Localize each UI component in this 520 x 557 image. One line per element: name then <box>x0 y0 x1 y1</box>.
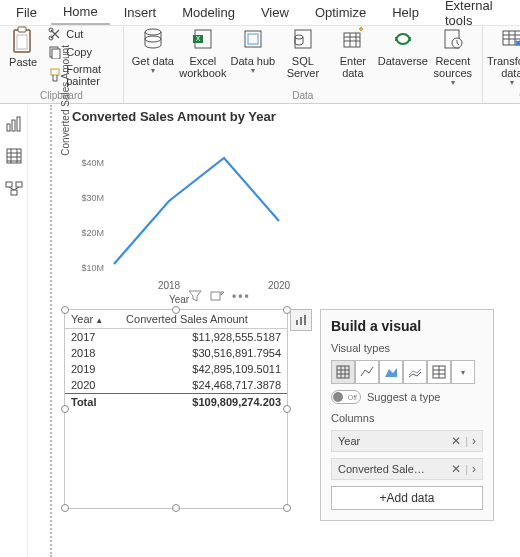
svg-rect-26 <box>16 182 22 187</box>
svg-rect-2 <box>17 35 27 49</box>
transformdata-button[interactable]: Transform data▾ <box>489 21 520 88</box>
resize-handle[interactable] <box>61 504 69 512</box>
data-group-label: Data <box>130 90 476 101</box>
copy-button[interactable]: Copy <box>44 44 117 60</box>
svg-rect-25 <box>6 182 12 187</box>
excel-button[interactable]: X Excel workbook <box>180 21 226 79</box>
chevron-down-icon: ▾ <box>151 67 155 76</box>
chart-xlabel: Year <box>169 294 189 305</box>
svg-text:2020: 2020 <box>268 280 291 291</box>
svg-rect-17 <box>344 33 360 47</box>
chart-ylabel: Converted Sales Amount <box>60 45 71 156</box>
table-total-row: Total$109,809,274.203 <box>65 394 287 411</box>
table-row[interactable]: 2020$24,468,717.3878 <box>65 377 287 394</box>
sqlserver-button[interactable]: SQL Server <box>280 21 326 79</box>
visualtype-stacked[interactable] <box>403 360 427 384</box>
excel-icon: X <box>189 25 217 53</box>
dataverse-button[interactable]: Dataverse <box>380 21 426 67</box>
transform-icon <box>498 25 520 53</box>
formatpainter-button[interactable]: Format painter <box>44 62 117 88</box>
cut-button[interactable]: Cut <box>44 26 117 42</box>
line-chart: $10M $20M $30M $40M 2018 2020 Converted … <box>64 121 294 301</box>
enterdata-button[interactable]: Enter data <box>330 21 376 79</box>
svg-point-16 <box>295 35 303 39</box>
svg-text:2018: 2018 <box>158 280 181 291</box>
svg-rect-37 <box>304 315 306 325</box>
table-header-year[interactable]: Year▲ <box>65 310 120 329</box>
table-header-amount[interactable]: Converted Sales Amount <box>120 310 287 329</box>
panel-title: Build a visual <box>331 318 483 334</box>
svg-rect-14 <box>248 34 258 44</box>
column-field-year[interactable]: Year ✕|› <box>331 430 483 452</box>
model-view-icon[interactable] <box>5 179 23 197</box>
visualtype-table[interactable] <box>331 360 355 384</box>
svg-rect-1 <box>18 27 26 32</box>
svg-text:$30M: $30M <box>81 193 104 203</box>
svg-rect-7 <box>51 69 59 75</box>
recentsources-button[interactable]: Recent sources▾ <box>430 21 476 88</box>
resize-handle[interactable] <box>283 504 291 512</box>
remove-field-icon[interactable]: ✕ <box>451 434 461 448</box>
resize-handle[interactable] <box>61 306 69 314</box>
table-row[interactable]: 2017$11,928,555.5187 <box>65 329 287 346</box>
more-options-icon[interactable]: ••• <box>232 289 246 303</box>
chevron-down-icon: ▾ <box>510 79 514 88</box>
getdata-button[interactable]: Get data▾ <box>130 21 176 76</box>
svg-text:$10M: $10M <box>81 263 104 273</box>
chevron-down-icon: ▾ <box>451 79 455 88</box>
table-row[interactable]: 2019$42,895,109.5011 <box>65 361 287 377</box>
chevron-down-icon: ▾ <box>251 67 255 76</box>
scissors-icon <box>48 27 62 41</box>
svg-rect-22 <box>12 120 15 131</box>
svg-rect-21 <box>7 124 10 131</box>
visualtype-more[interactable]: ▾ <box>451 360 475 384</box>
svg-point-8 <box>145 29 161 35</box>
recent-icon <box>439 25 467 53</box>
data-view-icon[interactable] <box>5 147 23 165</box>
paste-label: Paste <box>9 56 37 68</box>
resize-handle[interactable] <box>172 504 180 512</box>
add-data-button[interactable]: +Add data <box>331 486 483 510</box>
suggest-label: Suggest a type <box>367 391 440 403</box>
database-icon <box>139 25 167 53</box>
field-menu-icon[interactable]: › <box>472 434 476 448</box>
visualtype-line[interactable] <box>355 360 379 384</box>
svg-rect-35 <box>296 320 298 325</box>
svg-text:X: X <box>196 35 201 42</box>
svg-rect-27 <box>11 190 17 195</box>
columns-label: Columns <box>331 412 483 424</box>
suggest-toggle[interactable]: Off <box>331 390 361 404</box>
resize-handle[interactable] <box>172 306 180 314</box>
svg-point-9 <box>145 36 161 42</box>
report-view-icon[interactable] <box>5 115 23 133</box>
chevron-down-icon: ▾ <box>461 368 465 377</box>
table-visual[interactable]: Year▲ Converted Sales Amount 2017$11,928… <box>64 309 288 509</box>
svg-rect-13 <box>245 31 261 47</box>
table-row[interactable]: 2018$30,516,891.7954 <box>65 345 287 361</box>
visualtype-area[interactable] <box>379 360 403 384</box>
visual-types-label: Visual types <box>331 342 483 354</box>
paste-button[interactable]: Paste <box>6 22 40 68</box>
visualtype-matrix[interactable] <box>427 360 451 384</box>
page-guide <box>50 105 52 557</box>
clipboard-icon <box>9 26 37 54</box>
field-menu-icon[interactable]: › <box>472 462 476 476</box>
resize-handle[interactable] <box>283 405 291 413</box>
svg-rect-23 <box>17 117 20 131</box>
svg-rect-38 <box>337 366 349 378</box>
svg-text:$20M: $20M <box>81 228 104 238</box>
queries-group-label: Queries <box>489 90 520 101</box>
remove-field-icon[interactable]: ✕ <box>451 462 461 476</box>
switch-visual-button[interactable] <box>290 309 312 331</box>
dataverse-icon <box>389 25 417 53</box>
build-visual-panel: Build a visual Visual types ▾ Off Sugges… <box>320 309 494 521</box>
svg-rect-34 <box>211 292 220 300</box>
sort-asc-icon: ▲ <box>95 316 103 325</box>
filter-icon[interactable] <box>188 289 202 303</box>
datahub-button[interactable]: Data hub▾ <box>230 21 276 76</box>
menu-tab-file[interactable]: File <box>4 1 49 24</box>
resize-handle[interactable] <box>61 405 69 413</box>
focus-mode-icon[interactable] <box>210 289 224 303</box>
column-field-amount[interactable]: Converted Sale… ✕|› <box>331 458 483 480</box>
table-plus-icon <box>339 25 367 53</box>
